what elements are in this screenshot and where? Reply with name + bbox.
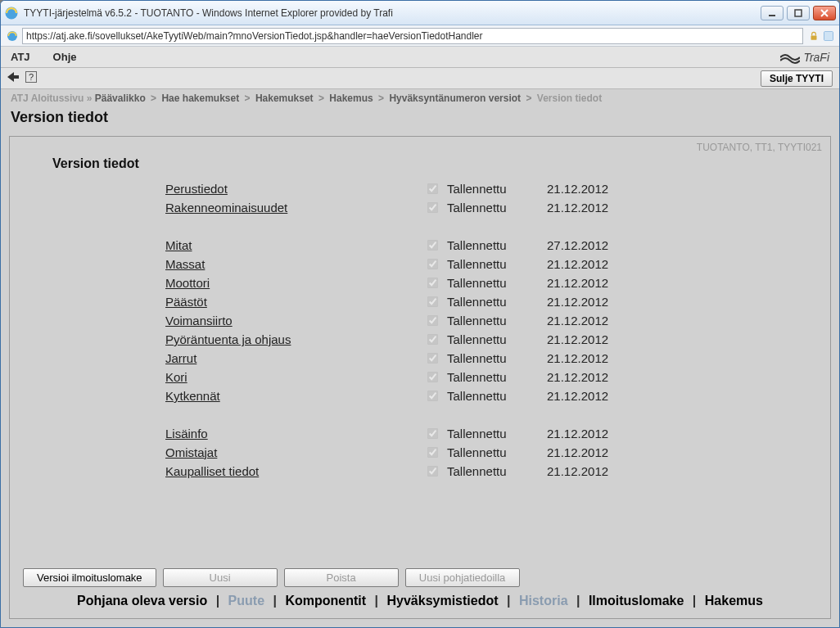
menubar: ATJ Ohje TraFi — [1, 47, 839, 68]
svg-rect-8 — [824, 31, 833, 40]
version-row: KytkennätTallennettu21.12.2012 — [165, 386, 788, 405]
row-status: Tallennettu — [447, 370, 547, 384]
window-title: TYYTI-järjestelmä v6.5.2 - TUOTANTO - Wi… — [24, 7, 761, 19]
version-row: OmistajatTallennettu21.12.2012 — [165, 443, 788, 462]
version-link[interactable]: Perustiedot — [165, 182, 427, 196]
page-title: Version tiedot — [1, 107, 839, 136]
row-date: 21.12.2012 — [547, 332, 608, 346]
saved-checkbox — [427, 296, 447, 307]
row-date: 21.12.2012 — [547, 182, 608, 196]
row-date: 21.12.2012 — [547, 314, 608, 328]
version-link[interactable]: Omistajat — [165, 445, 427, 459]
breadcrumb-item[interactable]: Hakemukset — [255, 93, 314, 104]
app-area: ATJ Ohje TraFi ? Sulje TYYTI ATJ Aloitus… — [1, 47, 839, 627]
breadcrumb: ATJ Aloitussivu » Päävalikko > Hae hakem… — [1, 89, 839, 107]
version-link[interactable]: Massat — [165, 257, 427, 271]
toolbar: ? Sulje TYYTI — [1, 68, 839, 89]
version-row: KoriTallennettu21.12.2012 — [165, 368, 788, 386]
url-text: https://atj.ake.fi/sovellukset/AkeTyytiW… — [26, 30, 483, 42]
row-date: 21.12.2012 — [547, 276, 608, 290]
menu-ohje[interactable]: Ohje — [53, 51, 77, 63]
addressbar: https://atj.ake.fi/sovellukset/AkeTyytiW… — [1, 25, 839, 47]
button-row: Versioi ilmoituslomake Uusi Poista Uusi … — [10, 558, 830, 594]
saved-checkbox — [427, 466, 447, 477]
versioi-button[interactable]: Versioi ilmoituslomake — [23, 568, 156, 587]
saved-checkbox — [427, 372, 447, 382]
close-window-button[interactable] — [813, 6, 836, 20]
version-link[interactable]: Mitat — [165, 238, 427, 252]
version-row: Kaupalliset tiedotTallennettu21.12.2012 — [165, 462, 788, 481]
help-button[interactable]: ? — [25, 71, 37, 85]
version-link[interactable]: Päästöt — [165, 295, 427, 309]
saved-checkbox — [427, 240, 447, 251]
row-date: 21.12.2012 — [547, 445, 608, 459]
saved-checkbox — [427, 202, 447, 213]
version-row: VoimansiirtoTallennettu21.12.2012 — [165, 311, 788, 330]
back-button[interactable] — [7, 72, 19, 84]
row-date: 21.12.2012 — [547, 201, 608, 215]
lock-icon — [808, 30, 820, 42]
breadcrumb-item[interactable]: Hyväksyntänumeron versiot — [389, 93, 521, 104]
compat-icon[interactable] — [823, 30, 834, 42]
version-link[interactable]: Pyöräntuenta ja ohjaus — [165, 332, 427, 346]
saved-checkbox — [427, 391, 447, 401]
breadcrumb-item[interactable]: Päävalikko — [95, 93, 146, 104]
row-date: 21.12.2012 — [547, 389, 608, 403]
version-row: MitatTallennettu27.12.2012 — [165, 236, 788, 255]
version-row: PäästötTallennettu21.12.2012 — [165, 292, 788, 311]
tab-puute[interactable]: Puute — [228, 594, 264, 608]
row-status: Tallennettu — [447, 427, 547, 441]
version-row: JarrutTallennettu21.12.2012 — [165, 349, 788, 368]
breadcrumb-item[interactable]: Hakemus — [329, 93, 373, 104]
version-row: MassatTallennettu21.12.2012 — [165, 255, 788, 273]
version-link[interactable]: Kori — [165, 370, 427, 384]
minimize-button[interactable] — [761, 6, 784, 20]
maximize-button[interactable] — [787, 6, 810, 20]
ie-page-icon — [6, 29, 19, 43]
version-link[interactable]: Jarrut — [165, 351, 427, 365]
breadcrumb-root: ATJ Aloitussivu — [11, 93, 84, 104]
row-status: Tallennettu — [447, 464, 547, 478]
tab-hakemus[interactable]: Hakemus — [705, 594, 763, 608]
svg-text:?: ? — [29, 72, 34, 82]
row-date: 21.12.2012 — [547, 295, 608, 309]
tab-pohjana[interactable]: Pohjana oleva versio — [77, 594, 207, 608]
version-link[interactable]: Kytkennät — [165, 389, 427, 403]
row-status: Tallennettu — [447, 238, 547, 252]
row-status: Tallennettu — [447, 276, 547, 290]
row-status: Tallennettu — [447, 389, 547, 403]
row-spacer — [165, 405, 788, 424]
app-window: TYYTI-järjestelmä v6.5.2 - TUOTANTO - Wi… — [0, 0, 840, 628]
version-row: RakenneominaisuudetTallennettu21.12.2012 — [165, 198, 788, 217]
menu-atj[interactable]: ATJ — [11, 51, 30, 63]
tab-hyvaksymis[interactable]: Hyväksymistiedot — [387, 594, 499, 608]
row-status: Tallennettu — [447, 201, 547, 215]
saved-checkbox — [427, 278, 447, 288]
tab-ilmoitus[interactable]: Ilmoituslomake — [589, 594, 684, 608]
version-link[interactable]: Rakenneominaisuudet — [165, 201, 427, 215]
poista-button: Poista — [284, 568, 399, 587]
saved-checkbox — [427, 315, 447, 326]
version-link[interactable]: Moottori — [165, 276, 427, 290]
bottom-tabs: Pohjana oleva versio | Puute | Komponent… — [10, 594, 830, 618]
close-tyyti-button[interactable]: Sulje TYYTI — [761, 70, 833, 87]
row-status: Tallennettu — [447, 351, 547, 365]
saved-checkbox — [427, 259, 447, 269]
row-status: Tallennettu — [447, 182, 547, 196]
row-status: Tallennettu — [447, 257, 547, 271]
version-row: LisäinfoTallennettu21.12.2012 — [165, 424, 788, 443]
version-link[interactable]: Kaupalliset tiedot — [165, 464, 427, 478]
version-link[interactable]: Voimansiirto — [165, 314, 427, 328]
url-input[interactable]: https://atj.ake.fi/sovellukset/AkeTyytiW… — [22, 28, 803, 44]
pohja-button: Uusi pohjatiedoilla — [405, 568, 520, 587]
saved-checkbox — [427, 428, 447, 439]
version-link[interactable]: Lisäinfo — [165, 427, 427, 441]
breadcrumb-item[interactable]: Hae hakemukset — [161, 93, 239, 104]
row-date: 21.12.2012 — [547, 257, 608, 271]
tab-komponentit[interactable]: Komponentit — [285, 594, 366, 608]
row-date: 21.12.2012 — [547, 351, 608, 365]
trafi-logo: TraFi — [780, 51, 829, 64]
row-date: 27.12.2012 — [547, 238, 608, 252]
saved-checkbox — [427, 353, 447, 364]
tab-historia[interactable]: Historia — [519, 594, 568, 608]
